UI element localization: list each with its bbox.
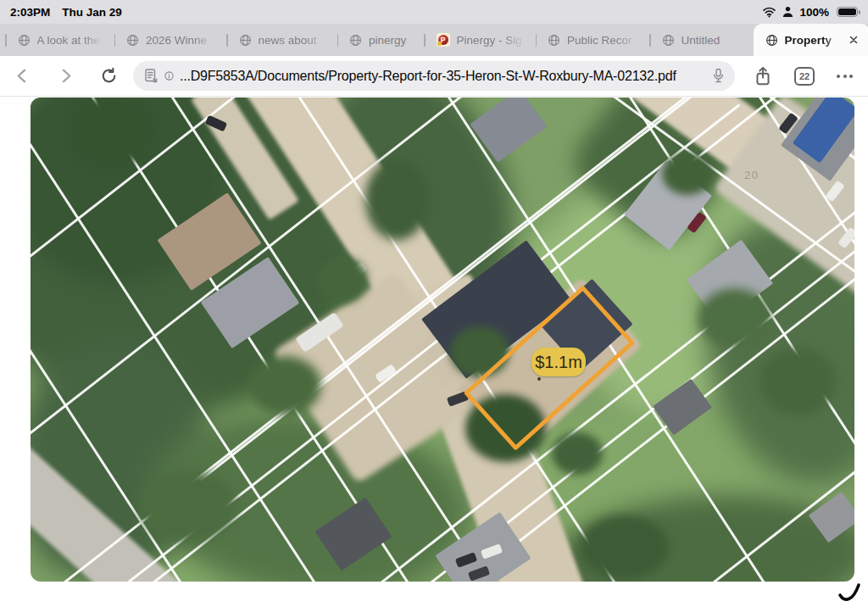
more-options-button[interactable] [837, 75, 853, 78]
globe-icon [662, 34, 675, 47]
tab-a-look-at-the[interactable]: A look at the [7, 24, 114, 56]
price-label: $1.1m [531, 348, 586, 376]
date: Thu Jan 29 [62, 6, 122, 19]
reload-button[interactable] [100, 67, 118, 85]
satellite-map[interactable]: 20 $1.1m [31, 97, 854, 582]
tab-untitled[interactable]: Untitled [651, 24, 737, 56]
tab-property-active[interactable]: Property [754, 24, 868, 56]
url-text: ...D9F5853A/Documents/Property-Report-fo… [180, 69, 706, 84]
tab-2026-winne[interactable]: 2026 Winne [115, 24, 226, 56]
status-bar: 2:03PM Thu Jan 29 100% [0, 0, 868, 24]
tab-label: A look at the [37, 34, 103, 47]
browser-toolbar: ...D9F5853A/Documents/Property-Report-fo… [0, 56, 868, 97]
tab-label: news about [259, 34, 326, 47]
pdf-page: 20 $1.1m [0, 97, 868, 607]
pdf-document-icon [143, 68, 159, 84]
tab-pinergy[interactable]: pinergy [338, 24, 424, 56]
microphone-icon[interactable] [712, 68, 725, 84]
wifi-icon [762, 6, 776, 18]
globe-icon [126, 34, 139, 47]
battery-icon [837, 7, 858, 18]
tab-public-recor[interactable]: Public Recor [537, 24, 649, 56]
tab-label: 2026 Winne [146, 34, 215, 47]
tab-label: Pinergy - Sig [457, 34, 525, 47]
battery-percent: 100% [799, 6, 829, 19]
price-marker-dot [537, 377, 541, 381]
close-tab-icon[interactable] [848, 34, 860, 46]
info-icon [164, 71, 174, 81]
globe-icon [239, 34, 252, 47]
pinergy-favicon: P [437, 33, 450, 47]
imagery-watermark: 20 [744, 169, 759, 181]
handwritten-arc-mark [836, 580, 866, 607]
tabs-overview-button[interactable]: 22 [794, 67, 815, 86]
tab-label: pinergy [369, 34, 413, 47]
tab-pinergy-sig[interactable]: P Pinergy - Sig [426, 24, 536, 56]
tab-label: Property [785, 34, 841, 47]
tab-news-about[interactable]: news about [228, 24, 337, 56]
tab-count: 22 [799, 71, 810, 81]
globe-icon [765, 34, 778, 47]
globe-icon [18, 34, 31, 47]
back-button[interactable] [14, 67, 31, 85]
address-bar[interactable]: ...D9F5853A/Documents/Property-Report-fo… [133, 61, 735, 91]
globe-icon [349, 34, 362, 47]
person-icon [782, 6, 793, 18]
forward-button[interactable] [57, 67, 75, 85]
clock: 2:03PM [10, 6, 50, 19]
tab-label: Public Recor [567, 34, 638, 47]
map-overlay: 20 $1.1m [31, 97, 854, 582]
globe-icon [548, 34, 560, 47]
share-button[interactable] [754, 66, 772, 86]
tab-strip: A look at the 2026 Winne news about pine… [0, 24, 868, 56]
tab-label: Untitled [682, 34, 726, 47]
